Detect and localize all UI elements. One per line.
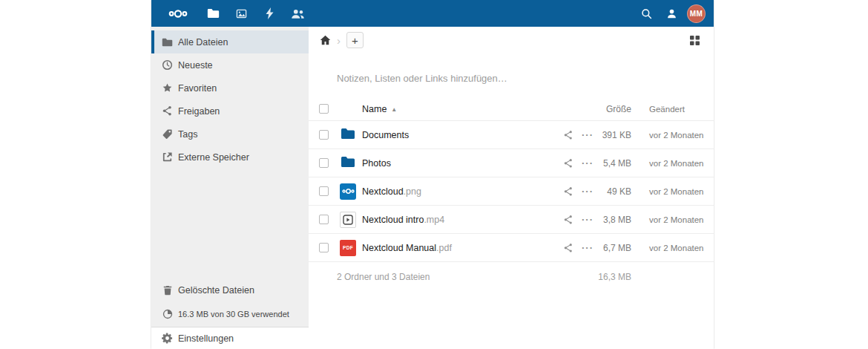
sidebar-item-label: Tags — [178, 129, 197, 140]
page: MM Alle Dateien Neueste — [0, 0, 868, 349]
sidebar-item-label: Einstellungen — [178, 333, 234, 344]
share-icon[interactable] — [559, 215, 577, 225]
files-content: › + Notizen, Listen oder Links hinzufüge… — [309, 27, 714, 349]
file-list-summary: 2 Ordner und 3 Dateien 16,3 MB — [309, 262, 714, 292]
sidebar-bottom: Gelöschte Dateien 16.3 MB von 30 GB verw… — [151, 278, 309, 349]
table-row[interactable]: Nextcloud intro.mp4 ··· 3,8 MB vor 2 Mon… — [309, 206, 714, 234]
sidebar-item-label: Favoriten — [178, 83, 217, 94]
table-row[interactable]: Nextcloud.png ··· 49 KB vor 2 Monaten — [309, 177, 714, 206]
file-size: 391 KB — [598, 130, 631, 140]
table-row[interactable]: Documents ··· 391 KB vor 2 Monaten — [309, 121, 714, 149]
sidebar-item-neueste[interactable]: Neueste — [151, 53, 309, 76]
file-modified: vor 2 Monaten — [649, 159, 701, 168]
table-row[interactable]: PDF Nextcloud Manual.pdf ··· 6,7 MB vor … — [309, 234, 714, 262]
grid-view-toggle-icon[interactable] — [685, 31, 703, 49]
row-checkbox[interactable] — [319, 243, 329, 252]
sidebar-item-label: Freigaben — [178, 106, 220, 117]
file-size: 6,7 MB — [598, 243, 631, 253]
sort-ascending-icon[interactable]: ▲ — [391, 106, 397, 113]
file-rows: Documents ··· 391 KB vor 2 Monaten Photo… — [309, 121, 714, 262]
rich-workspace-placeholder[interactable]: Notizen, Listen oder Links hinzufügen… — [337, 73, 703, 84]
file-list: Name▲ Größe Geändert Documents ··· 3 — [309, 97, 714, 292]
more-actions-icon[interactable]: ··· — [577, 157, 598, 169]
more-actions-icon[interactable]: ··· — [577, 242, 598, 253]
sidebar: Alle Dateien Neueste Favoriten — [151, 27, 309, 349]
file-modified: vor 2 Monaten — [649, 215, 701, 224]
sidebar-item-geloeschte-dateien[interactable]: Gelöschte Dateien — [151, 278, 309, 301]
row-checkbox[interactable] — [319, 158, 329, 168]
contacts-app-icon[interactable] — [283, 0, 312, 27]
folder-icon — [162, 36, 173, 48]
sidebar-item-label: Neueste — [178, 60, 213, 71]
column-header-modified[interactable]: Geändert — [649, 105, 701, 114]
quota-pie-icon — [162, 309, 173, 320]
file-name[interactable]: Photos — [362, 158, 559, 169]
nextcloud-logo-icon[interactable] — [162, 0, 194, 27]
activity-app-icon[interactable] — [255, 0, 283, 27]
sidebar-item-label: Gelöschte Dateien — [178, 285, 254, 296]
file-size: 3,8 MB — [598, 215, 631, 225]
column-header-name[interactable]: Name▲ — [362, 104, 559, 114]
photos-app-icon[interactable] — [227, 0, 255, 27]
sidebar-item-tags[interactable]: Tags — [151, 123, 309, 146]
sidebar-item-externe-speicher[interactable]: Externe Speicher — [151, 146, 309, 169]
select-all-checkbox[interactable] — [319, 104, 329, 114]
image-thumbnail-nextcloud-logo — [340, 183, 356, 200]
sidebar-item-freigaben[interactable]: Freigaben — [151, 100, 309, 123]
external-storage-icon — [162, 151, 173, 163]
search-icon[interactable] — [634, 0, 659, 27]
gear-icon — [162, 333, 173, 344]
home-icon[interactable] — [320, 35, 331, 45]
file-basename: Nextcloud — [362, 186, 404, 197]
more-actions-icon[interactable]: ··· — [577, 214, 598, 225]
file-extension: .png — [404, 186, 421, 197]
star-icon — [162, 82, 173, 94]
summary-count: 2 Ordner und 3 Dateien — [337, 272, 430, 282]
add-new-button[interactable]: + — [346, 32, 364, 48]
share-icon — [162, 105, 173, 117]
file-basename: Documents — [362, 130, 409, 140]
sidebar-item-einstellungen[interactable]: Einstellungen — [151, 327, 309, 349]
trash-icon — [162, 284, 173, 296]
pdf-icon: PDF — [340, 240, 356, 256]
more-actions-icon[interactable]: ··· — [577, 186, 598, 197]
share-icon[interactable] — [559, 186, 577, 197]
top-bar-right: MM — [634, 0, 714, 27]
sidebar-item-alle-dateien[interactable]: Alle Dateien — [151, 30, 309, 53]
file-basename: Nextcloud intro — [362, 215, 424, 225]
file-name[interactable]: Nextcloud.png — [362, 186, 559, 197]
top-bar: MM — [151, 0, 714, 27]
quota-indicator: 16.3 MB von 30 GB verwendet — [151, 301, 309, 327]
row-checkbox[interactable] — [319, 186, 329, 196]
file-basename: Photos — [362, 158, 391, 169]
more-actions-icon[interactable]: ··· — [577, 129, 598, 140]
quota-label: 16.3 MB von 30 GB verwendet — [178, 310, 289, 319]
table-row[interactable]: Photos ··· 5,4 MB vor 2 Monaten — [309, 149, 714, 177]
file-name[interactable]: Nextcloud Manual.pdf — [362, 243, 559, 253]
row-checkbox[interactable] — [319, 130, 329, 140]
share-icon[interactable] — [559, 158, 577, 169]
share-icon[interactable] — [559, 130, 577, 140]
avatar[interactable]: MM — [687, 4, 706, 23]
row-checkbox[interactable] — [319, 215, 329, 224]
contacts-menu-icon[interactable] — [659, 0, 684, 27]
file-modified: vor 2 Monaten — [649, 187, 701, 196]
share-icon[interactable] — [559, 243, 577, 253]
breadcrumb-chevron-icon: › — [337, 35, 341, 46]
tag-icon — [162, 128, 173, 140]
column-header-size[interactable]: Größe — [598, 104, 631, 114]
files-app-icon[interactable] — [199, 0, 227, 27]
file-basename: Nextcloud Manual — [362, 243, 436, 253]
clock-icon — [162, 59, 173, 71]
file-extension: .mp4 — [424, 215, 444, 225]
file-name[interactable]: Nextcloud intro.mp4 — [362, 215, 559, 225]
file-size: 5,4 MB — [598, 158, 631, 169]
file-list-header: Name▲ Größe Geändert — [309, 97, 714, 121]
folder-icon — [341, 128, 355, 143]
file-extension: .pdf — [436, 243, 452, 253]
video-icon — [340, 212, 356, 228]
nextcloud-app-window: MM Alle Dateien Neueste — [151, 0, 714, 349]
file-modified: vor 2 Monaten — [649, 131, 701, 140]
sidebar-item-favoriten[interactable]: Favoriten — [151, 76, 309, 100]
file-name[interactable]: Documents — [362, 130, 559, 140]
